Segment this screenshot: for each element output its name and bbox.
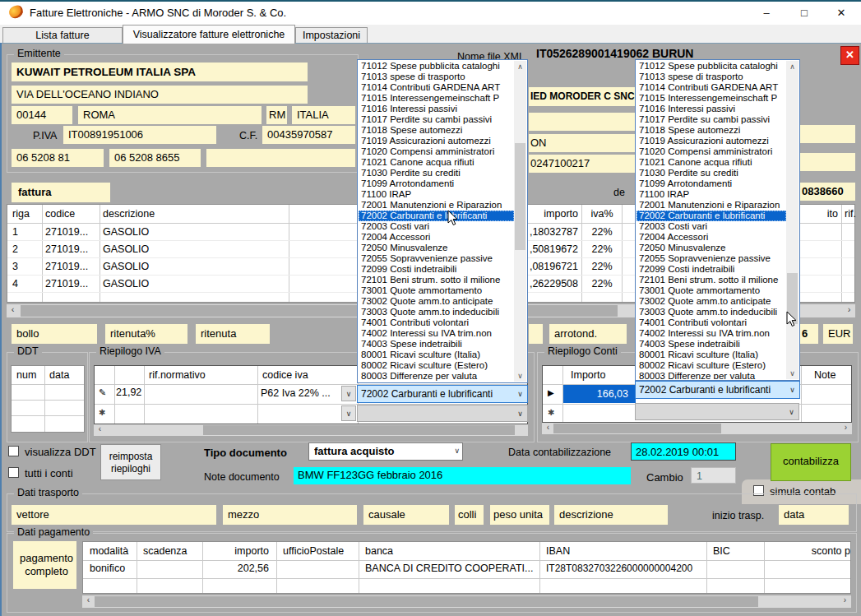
pag-col-importo[interactable]: importo: [206, 542, 269, 560]
scroll-up-icon[interactable]: ∧: [514, 61, 526, 72]
conto-list-item[interactable]: 71018 Spese automezzi: [636, 125, 786, 136]
col-header-fragment-2[interactable]: rif.t: [845, 205, 856, 223]
conto-list-item[interactable]: 74001 Contributi volontari: [359, 317, 514, 328]
conto-list-item[interactable]: 72050 Minusvalenze: [359, 243, 514, 253]
conto-list-item[interactable]: 71030 Perdite su crediti: [636, 168, 786, 178]
colli-field[interactable]: colli: [455, 505, 484, 525]
conto-list-item[interactable]: 71099 Arrotondamenti: [359, 178, 514, 189]
col-header-riga[interactable]: riga: [12, 205, 30, 223]
ritenuta-field[interactable]: ritenuta: [196, 324, 270, 344]
telefono2-field[interactable]: 06 5208 8655: [109, 149, 201, 167]
col-header-codice[interactable]: codice: [45, 205, 75, 223]
cessionario-address-fragment[interactable]: [529, 113, 635, 131]
conto-list-item[interactable]: 74002 Interessi su IVA trim.non: [359, 328, 514, 339]
iva-col-codice-iva[interactable]: codice iva: [262, 366, 308, 384]
ddt-col-data[interactable]: data: [49, 366, 69, 384]
conto-list-item[interactable]: 72055 Sopravvenienze passive: [359, 253, 514, 264]
conti-conto-combobox-empty[interactable]: ∨: [635, 403, 799, 420]
conto-list-item[interactable]: 74003 Spese indetraibili: [636, 339, 786, 350]
iva-conto-combobox[interactable]: 72002 Carburanti e lubrificanti ∨: [357, 385, 528, 403]
pag-col-sconto[interactable]: sconto p: [772, 542, 850, 560]
scroll-thumb[interactable]: [21, 305, 618, 317]
emittente-prov-field[interactable]: RM: [266, 106, 287, 124]
tab-visualizzatore[interactable]: Visualizzatore fatture elettroniche: [123, 25, 295, 44]
conto-list-item[interactable]: 71016 Interessi passivi: [359, 104, 514, 114]
conto-list-item[interactable]: 72004 Accessori: [636, 232, 786, 243]
conto-list-item[interactable]: 74002 Interessi su IVA trim.non: [636, 328, 786, 339]
conto-list-item[interactable]: 72002 Carburanti e lubrificanti: [359, 211, 514, 221]
conto-list-item[interactable]: 71013 spese di trasporto: [636, 72, 786, 82]
conto-list-item[interactable]: 72003 Costi vari: [636, 221, 786, 232]
combo-arrow-icon[interactable]: ∨: [785, 382, 799, 398]
conto-list-item[interactable]: 80001 Ricavi sculture (Italia): [359, 350, 514, 360]
conto-list-item[interactable]: 80003 Differenze per valuta: [359, 371, 514, 382]
cessionario-field-sliver-1[interactable]: [800, 125, 855, 143]
codice-iva-dropdown-icon[interactable]: ∨: [341, 405, 356, 421]
conto-list-item[interactable]: 74001 Contributi volontari: [636, 317, 786, 328]
scroll-thumb[interactable]: [203, 425, 515, 435]
conto-list-item[interactable]: 71017 Perdite su cambi passivi: [636, 114, 786, 125]
conti-col-note[interactable]: Note: [814, 366, 836, 384]
conti-row-importo-cell[interactable]: 166,03: [563, 385, 636, 403]
fattura-numero-field[interactable]: 0838660: [800, 183, 855, 201]
list-vscrollbar[interactable]: ∧ ∨: [514, 61, 526, 382]
cambio-field[interactable]: 1: [691, 467, 736, 484]
scroll-left-icon[interactable]: ‹: [82, 595, 95, 608]
pag-col-modalita[interactable]: modalità: [90, 542, 128, 560]
data-trasporto-field[interactable]: data: [779, 505, 849, 525]
conto-list-item[interactable]: 73001 Quote ammortamento: [636, 285, 786, 296]
pag-row-banca[interactable]: BANCA DI CREDITO COOPERATI...: [365, 560, 538, 577]
conto-list-item[interactable]: 71020 Compensi amministratori: [359, 146, 514, 157]
telefono1-field[interactable]: 06 5208 81: [12, 149, 104, 167]
col-header-iva[interactable]: iva%: [582, 205, 622, 223]
pag-row-importo[interactable]: 202,56: [206, 560, 269, 577]
conto-list-item[interactable]: 80002 Ricavi sculture (Estero): [636, 360, 786, 371]
arrotond-field[interactable]: arrotond.: [549, 324, 627, 344]
combo-arrow-icon[interactable]: ∨: [454, 447, 460, 455]
conto-list-item[interactable]: 74003 Spese indetraibili: [359, 339, 514, 350]
conto-list-item[interactable]: 71100 IRAP: [359, 189, 514, 200]
scroll-right-icon[interactable]: ›: [840, 423, 852, 434]
conto-list-item[interactable]: 71014 Contributi GARDENA ART: [359, 82, 514, 93]
close-button-icon[interactable]: ✕: [823, 2, 859, 25]
scroll-left-icon[interactable]: ‹: [7, 304, 19, 317]
pag-col-iban[interactable]: IBAN: [546, 542, 570, 560]
descrizione-field[interactable]: descrizione: [554, 505, 668, 525]
conto-list-item[interactable]: 72004 Accessori: [359, 232, 514, 243]
scroll-up-icon[interactable]: ∧: [786, 61, 799, 72]
peso-unita-field[interactable]: peso unita: [490, 505, 549, 525]
tab-lista-fatture[interactable]: Lista fatture elettroniche: [2, 27, 123, 43]
conto-list-item[interactable]: 71019 Assicurazioni automezzi: [359, 136, 514, 146]
conto-list-item[interactable]: 71021 Canone acqua rifiuti: [636, 157, 786, 168]
scroll-right-icon[interactable]: ›: [839, 595, 851, 608]
vettore-field[interactable]: vettore: [12, 505, 216, 525]
note-documento-field[interactable]: BMW FF123GG febbraio 2016: [294, 467, 631, 484]
maximize-button-icon[interactable]: □: [786, 2, 822, 25]
pag-col-bic[interactable]: BIC: [713, 542, 730, 560]
conto-list-item[interactable]: 71012 Spese pubblicita cataloghi: [359, 61, 514, 72]
scroll-left-icon[interactable]: ‹: [542, 423, 554, 434]
scroll-right-icon[interactable]: ›: [843, 304, 855, 317]
conto-list-item[interactable]: 71021 Canone acqua rifiuti: [359, 157, 514, 168]
telefono3-field[interactable]: [206, 149, 355, 167]
scroll-down-icon[interactable]: ∨: [786, 368, 799, 379]
iva-conto-combobox-empty[interactable]: ∨: [357, 405, 528, 422]
emittente-country-field[interactable]: ITALIA: [292, 106, 355, 124]
pag-col-banca[interactable]: banca: [365, 542, 393, 560]
conto-list-item[interactable]: 71099 Arrotondamenti: [636, 178, 786, 189]
conto-list-item[interactable]: 71020 Compensi amministratori: [636, 146, 786, 157]
tutti-conti-checkbox[interactable]: [8, 467, 19, 478]
mezzo-field[interactable]: mezzo: [223, 505, 357, 525]
conto-list-item[interactable]: 71019 Assicurazioni automezzi: [636, 136, 786, 146]
codice-iva-dropdown-icon[interactable]: ∨: [341, 386, 356, 401]
conto-list-item[interactable]: 72101 Beni strum. sotto il milione: [636, 275, 786, 285]
data-contabilizzazione-field[interactable]: 28.02.2019 00:01: [631, 442, 736, 461]
pag-row-modalita[interactable]: bonifico: [90, 560, 125, 577]
conto-list-item[interactable]: 73003 Quote amm.to indeducibili: [359, 307, 514, 317]
visualizza-ddt-checkbox[interactable]: [8, 446, 19, 456]
conti-col-importo[interactable]: Importo: [571, 366, 605, 384]
emittente-cap-field[interactable]: 00144: [12, 106, 72, 124]
conto-list-item[interactable]: 72001 Manutenzioni e Riparazion: [359, 200, 514, 211]
conto-list-item[interactable]: 72099 Costi indetraibili: [636, 264, 786, 275]
scroll-left-icon[interactable]: ‹: [94, 424, 106, 436]
